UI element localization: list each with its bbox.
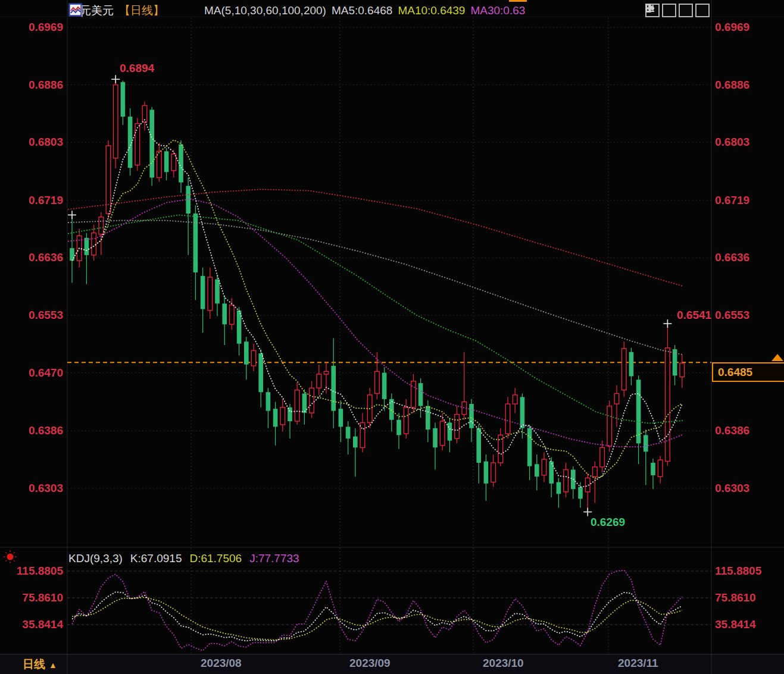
date-tick-label: 2023/11: [618, 657, 658, 670]
price-tick-label: 0.6969: [0, 21, 63, 34]
exit-icon[interactable]: [695, 4, 710, 17]
date-tick-label: 2023/08: [201, 657, 242, 670]
kdj-tick-label: 35.8414: [715, 618, 756, 631]
chart-toolbar: [645, 4, 710, 17]
kdj-tick-label: 35.8414: [0, 618, 63, 631]
price-tick-label: 0.6386: [715, 424, 749, 437]
price-tick-label: 0.6386: [0, 424, 63, 437]
price-tick-label: 0.6886: [715, 79, 749, 92]
kdj-settings-label: KDJ(9,3,3): [68, 552, 123, 565]
triangle-up-icon: ▲: [49, 660, 57, 670]
kdj-header: KDJ(9,3,3) K:67.0915 D:61.7506 J:77.7733: [68, 552, 299, 565]
kdj-tick-label: 75.8610: [0, 591, 63, 604]
ma-settings-label: MA(5,10,30,60,100,200): [204, 4, 326, 17]
price-tick-label: 0.6803: [715, 136, 749, 149]
price-tick-label: 0.6303: [715, 482, 749, 495]
price-tick-label: 0.6719: [0, 194, 63, 207]
period-selector-label: 日线: [23, 658, 45, 670]
kdj-tick-label: 115.8805: [0, 565, 63, 578]
price-tick-label: 0.6636: [0, 251, 63, 264]
indicator-marker-icon[interactable]: [2, 549, 18, 565]
price-tick-label: 0.6969: [715, 21, 749, 34]
recent-high-annotation: 0.6541: [677, 309, 711, 322]
period-tag: 【日线】: [119, 3, 164, 18]
chart-header: 澳元美元 【日线】 MA(5,10,30,60,100,200) MA5:0.6…: [68, 3, 525, 18]
kdj-k-value: K:67.0915: [130, 552, 182, 565]
candlestick-chart-canvas[interactable]: [0, 0, 784, 674]
low-price-annotation: 0.6269: [591, 516, 625, 529]
price-tick-label: 0.6719: [715, 194, 749, 207]
kdj-j-value: J:77.7733: [249, 552, 299, 565]
axis-step-back-icon[interactable]: [662, 4, 676, 17]
ma-indicator-icon[interactable]: [184, 4, 199, 18]
price-tick-label: 0.6886: [0, 79, 63, 92]
date-tick-label: 2023/10: [483, 657, 524, 670]
price-tick-label: 0.6470: [0, 366, 63, 380]
kdj-d-value: D:61.7506: [189, 552, 242, 565]
high-price-annotation: 0.6894: [120, 62, 154, 75]
price-tick-label: 0.6636: [715, 251, 749, 264]
price-tick-label: 0.6553: [715, 309, 749, 322]
date-tick-label: 2023/09: [349, 657, 391, 670]
kdj-tick-label: 115.8805: [715, 565, 761, 578]
axis-play-icon[interactable]: [679, 4, 693, 17]
ma30-value-label: MA30:0.63: [470, 4, 525, 17]
forex-chart-app: 澳元美元 【日线】 MA(5,10,30,60,100,200) MA5:0.6…: [0, 0, 784, 674]
period-selector[interactable]: 日线▲: [23, 657, 57, 672]
price-tick-label: 0.6303: [0, 482, 63, 495]
price-tick-label: 0.6803: [0, 136, 63, 149]
ma10-value-label: MA10:0.6439: [398, 4, 465, 17]
kdj-tick-label: 75.8610: [715, 591, 756, 604]
ma5-value-label: MA5:0.6468: [332, 4, 392, 17]
price-tick-label: 0.6553: [0, 309, 63, 322]
top-scroll-indicator: [509, 0, 527, 2]
last-price-box: 0.6485: [712, 362, 784, 382]
